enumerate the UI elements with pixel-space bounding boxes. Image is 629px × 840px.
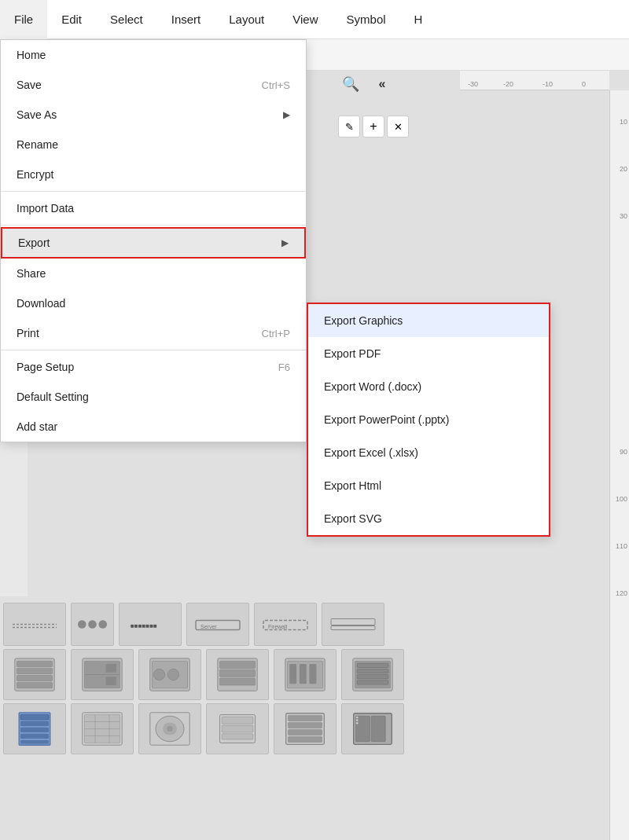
menu-item-save[interactable]: Save Ctrl+S (1, 70, 306, 100)
svg-rect-60 (222, 725, 253, 732)
edit-tab-button[interactable]: ✎ (338, 116, 360, 138)
icon-thumb[interactable] (3, 603, 66, 646)
menu-item-share[interactable]: Share (1, 259, 306, 288)
svg-rect-65 (288, 729, 322, 735)
menu-layout[interactable]: Layout (215, 0, 278, 39)
submenu-item-export-word[interactable]: Export Word (.docx) (308, 370, 549, 403)
svg-point-71 (356, 719, 359, 721)
svg-rect-15 (17, 675, 53, 680)
vertical-ruler: 10 20 30 90 100 110 120 (609, 90, 629, 840)
icon-thumb[interactable] (322, 603, 384, 646)
ruler-mark-10: 10 (620, 118, 627, 126)
menubar: File Edit Select Insert Layout View Symb… (0, 0, 629, 39)
submenu-item-export-powerpoint[interactable]: Export PowerPoint (.pptx) (308, 403, 549, 436)
svg-rect-21 (106, 677, 117, 685)
menu-item-import-data[interactable]: Import Data (1, 193, 306, 223)
collapse-button[interactable]: « (370, 73, 395, 95)
svg-rect-16 (17, 682, 53, 688)
svg-rect-63 (288, 715, 322, 721)
icon-library: ■■■■■■■ Server Firewall (0, 596, 609, 840)
icon-thumb[interactable] (206, 649, 269, 700)
icon-thumb[interactable] (274, 649, 337, 700)
svg-rect-11 (331, 626, 375, 630)
menu-symbol[interactable]: Symbol (333, 0, 400, 39)
icon-thumb[interactable] (3, 703, 66, 754)
ruler-mark-120: 120 (616, 589, 627, 597)
icon-thumb[interactable] (274, 703, 337, 754)
menu-item-rename[interactable]: Rename (1, 130, 306, 160)
icon-thumb[interactable] (71, 649, 134, 700)
menu-item-save-as[interactable]: Save As ▶ (1, 100, 306, 130)
file-dropdown-menu: Home Save Ctrl+S Save As ▶ Rename Encryp… (0, 39, 307, 442)
svg-rect-40 (357, 680, 388, 684)
icon-thumb[interactable] (206, 703, 269, 754)
svg-text:■■■■■■■: ■■■■■■■ (131, 622, 157, 629)
menu-item-encrypt[interactable]: Encrypt (1, 160, 306, 189)
svg-rect-45 (20, 734, 49, 739)
horizontal-ruler: -30 -20 -10 0 (460, 71, 609, 90)
export-submenu: Export Graphics Export PDF Export Word (… (307, 303, 550, 537)
submenu-item-export-html[interactable]: Export Html (308, 469, 549, 502)
menu-item-page-setup[interactable]: Page Setup F6 (1, 352, 306, 382)
svg-point-24 (153, 669, 164, 680)
svg-rect-38 (357, 669, 388, 673)
svg-rect-32 (289, 664, 296, 684)
svg-rect-33 (300, 664, 307, 684)
svg-rect-66 (288, 736, 322, 742)
svg-point-3 (88, 620, 97, 629)
ruler-mark-110: 110 (616, 542, 627, 550)
menu-item-add-star[interactable]: Add star (1, 412, 306, 442)
icon-thumb[interactable]: ■■■■■■■ (119, 603, 182, 646)
icon-thumb[interactable] (71, 703, 134, 754)
menu-file[interactable]: File (0, 0, 47, 39)
icon-row-2 (3, 649, 606, 700)
svg-rect-42 (20, 715, 49, 720)
menu-view[interactable]: View (278, 0, 332, 39)
icon-thumb[interactable]: Server (186, 603, 249, 646)
svg-rect-28 (220, 669, 256, 677)
submenu-item-export-excel[interactable]: Export Excel (.xlsx) (308, 436, 549, 469)
svg-point-25 (167, 669, 178, 680)
ruler-mark-30: 30 (620, 212, 627, 220)
svg-point-2 (78, 620, 86, 629)
svg-rect-27 (220, 661, 256, 668)
menu-item-export[interactable]: Export ▶ (1, 227, 306, 259)
svg-rect-10 (331, 619, 375, 625)
ruler-mark-100: 100 (616, 495, 627, 503)
icon-thumb[interactable] (138, 649, 201, 700)
ruler-mark-90: 90 (620, 448, 627, 456)
add-tab-button[interactable]: + (362, 116, 384, 138)
icon-thumb[interactable] (3, 649, 66, 700)
menu-item-download[interactable]: Download (1, 288, 306, 318)
menu-item-home[interactable]: Home (1, 40, 306, 70)
icon-thumb[interactable] (71, 603, 114, 646)
svg-rect-69 (371, 716, 385, 741)
menu-h[interactable]: H (400, 0, 437, 39)
icon-thumb[interactable] (341, 703, 404, 754)
svg-rect-29 (220, 678, 256, 685)
menu-item-default-setting[interactable]: Default Setting (1, 382, 306, 412)
menu-item-print[interactable]: Print Ctrl+P (1, 318, 306, 348)
svg-text:Server: Server (200, 624, 217, 629)
icon-thumb[interactable]: Firewall (254, 603, 317, 646)
menu-edit[interactable]: Edit (47, 0, 96, 39)
svg-rect-44 (20, 728, 49, 732)
svg-rect-13 (17, 661, 53, 666)
svg-rect-14 (17, 668, 53, 673)
icon-thumb[interactable] (138, 703, 201, 754)
divider-1 (1, 191, 306, 192)
ruler-mark-neg20: -20 (503, 80, 513, 88)
submenu-item-export-pdf[interactable]: Export PDF (308, 337, 549, 370)
menu-insert[interactable]: Insert (157, 0, 215, 39)
close-tab-button[interactable]: ✕ (387, 116, 409, 138)
submenu-item-export-svg[interactable]: Export SVG (308, 502, 549, 535)
submenu-item-export-graphics[interactable]: Export Graphics (308, 304, 549, 337)
search-button[interactable]: 🔍 (338, 73, 363, 95)
svg-text:Firewall: Firewall (268, 624, 288, 629)
svg-rect-39 (357, 675, 388, 679)
svg-rect-34 (309, 664, 316, 684)
menu-select[interactable]: Select (96, 0, 157, 39)
icon-thumb[interactable] (341, 649, 404, 700)
ruler-mark-neg10: -10 (543, 80, 553, 88)
svg-rect-37 (357, 663, 388, 667)
